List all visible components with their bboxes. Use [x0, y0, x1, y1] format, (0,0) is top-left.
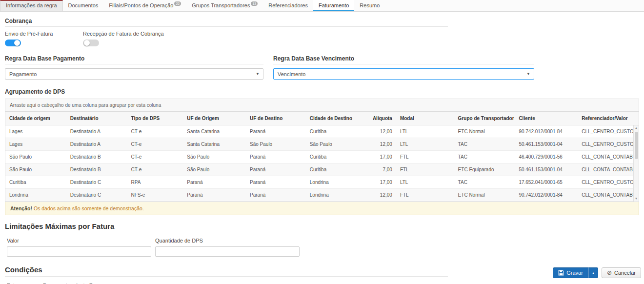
column-header-uf-de-destino[interactable]: UF de Destino: [246, 112, 306, 125]
column-header-referenciador-valor[interactable]: Referenciador/Valor: [578, 112, 639, 125]
table-cell: Destinatario B: [66, 163, 127, 176]
table-cell: FTL: [396, 151, 454, 163]
table-cell: 50.461.153/0001-04: [515, 163, 578, 176]
tab-documentos[interactable]: Documentos: [63, 0, 104, 11]
tab-label: Resumo: [360, 2, 380, 8]
table-row[interactable]: São PauloDestinatario BCT-eSão PauloPara…: [5, 151, 639, 163]
section-limitacoes: Limitações Máximas por Fatura Valor Quan…: [5, 222, 639, 257]
grid-scrollbar[interactable]: ▲ ▼: [633, 125, 639, 202]
column-header-grupo-de-transportador[interactable]: Grupo de Transportador: [454, 112, 515, 125]
valor-field-group: Valor: [7, 238, 151, 257]
table-cell: CT-e: [127, 151, 183, 163]
table-row[interactable]: São PauloDestinatario BCT-eSão PauloPara…: [5, 163, 639, 176]
limitacoes-fields: Valor Quantidade de DPS: [5, 238, 639, 257]
dps-table: Cidade de origemDestinatárioTipo de DPSU…: [5, 112, 639, 202]
table-row[interactable]: LondrinaDestinatario CNFS-eParanáParanáL…: [5, 189, 639, 202]
table-cell: Lages: [5, 125, 66, 138]
tab-informaç-es-da-regra[interactable]: Informações da regra: [0, 0, 63, 11]
table-cell: 90.742.012/0001-84: [515, 125, 578, 138]
column-header-alíquota[interactable]: Alíquota: [367, 112, 396, 125]
table-cell: Paraná: [246, 151, 306, 163]
valor-label: Valor: [7, 238, 151, 243]
column-header-uf-de-origem[interactable]: UF de Origem: [183, 112, 246, 125]
table-cell: 46.400.729/0001-56: [515, 151, 578, 163]
footer-actions: Gravar ▴ ⊘ Cancelar: [553, 267, 641, 278]
table-cell: Destinatario B: [66, 151, 127, 163]
gravar-button[interactable]: Gravar: [553, 267, 588, 278]
table-cell: CT-e: [127, 163, 183, 176]
gravar-dropdown-toggle[interactable]: ▴: [588, 267, 598, 278]
table-cell: Curitiba: [5, 176, 66, 189]
table-cell: 50.461.153/0001-04: [515, 138, 578, 151]
table-cell: São Paulo: [183, 151, 246, 163]
regra-pagamento-select[interactable]: Pagamento ▼: [5, 68, 263, 80]
table-cell: São Paulo: [5, 163, 66, 176]
column-header-tipo-de-dps[interactable]: Tipo de DPS: [127, 112, 183, 125]
column-header-destinatário[interactable]: Destinatário: [66, 112, 127, 125]
envio-pre-fatura-toggle[interactable]: [5, 40, 21, 46]
cancel-icon: ⊘: [607, 269, 612, 276]
table-cell: 12,00: [367, 189, 396, 202]
column-header-cidade-de-destino[interactable]: Cidade de Destino: [306, 112, 367, 125]
table-cell: Curitiba: [306, 151, 367, 163]
table-cell: Destinatario C: [66, 176, 127, 189]
column-header-cliente[interactable]: Cliente: [515, 112, 578, 125]
column-header-cidade-de-origem[interactable]: Cidade de origem: [5, 112, 66, 125]
table-cell: 12,00: [367, 125, 396, 138]
tab-faturamento[interactable]: Faturamento: [313, 0, 354, 11]
table-cell: RPA: [127, 176, 183, 189]
column-header-modal[interactable]: Modal: [396, 112, 454, 125]
table-cell: Londrina: [5, 189, 66, 202]
cancelar-label: Cancelar: [614, 270, 636, 276]
toggle-knob: [84, 40, 90, 46]
table-cell: 7,00: [367, 163, 396, 176]
table-cell: Destinatario A: [66, 125, 127, 138]
table-row[interactable]: LagesDestinatario ACT-eSanta CatarinaPar…: [5, 125, 639, 138]
tab-resumo[interactable]: Resumo: [354, 0, 385, 11]
table-cell: ETC Normal: [454, 189, 515, 202]
table-cell: Paraná: [246, 189, 306, 202]
table-cell: CLL_CONTA_CONTABIL: DEPART_A: [578, 151, 639, 163]
tab-filiais-pontos-de-operação[interactable]: Filiais/Pontos de Operação22: [103, 0, 186, 11]
tab-label: Grupos Transportadores: [192, 2, 250, 8]
table-cell: 17,00: [367, 151, 396, 163]
recepcao-fatura-toggle[interactable]: [83, 40, 99, 46]
table-row[interactable]: CuritibaDestinatario CRPAParanáParanáLon…: [5, 176, 639, 189]
dps-grid: Arraste aqui o cabeçalho de uma coluna p…: [5, 99, 639, 202]
quantidade-dps-input[interactable]: [155, 246, 300, 257]
scroll-up-icon[interactable]: ▲: [634, 125, 639, 131]
table-cell: CT-e: [127, 138, 183, 151]
section-title-cobranca: Cobrança: [5, 18, 448, 27]
table-cell: NFS-e: [127, 189, 183, 202]
table-cell: Paraná: [246, 125, 306, 138]
section-title-limitacoes: Limitações Máximas por Fatura: [5, 222, 448, 233]
tab-referenciadores[interactable]: Referenciadores: [263, 0, 313, 11]
scroll-down-icon[interactable]: ▼: [634, 196, 639, 202]
valor-input[interactable]: [7, 246, 151, 257]
table-cell: Santa Catarina: [183, 125, 246, 138]
grid-group-panel[interactable]: Arraste aqui o cabeçalho de uma coluna p…: [5, 99, 639, 112]
table-cell: São Paulo: [183, 163, 246, 176]
table-cell: FTL: [396, 189, 454, 202]
section-agrupamento-dps: Agrupamento de DPS Arraste aqui o cabeça…: [5, 88, 639, 215]
page: Informações da regraDocumentosFiliais/Po…: [0, 0, 644, 284]
scroll-thumb[interactable]: [635, 132, 638, 159]
regra-vencimento-select[interactable]: Vencimento ▼: [273, 68, 534, 80]
quantidade-dps-field-group: Quantidade de DPS: [155, 238, 300, 257]
table-row[interactable]: LagesDestinatario ACT-eSanta CatarinaSão…: [5, 138, 639, 151]
cancelar-button[interactable]: ⊘ Cancelar: [602, 267, 641, 278]
section-title-agrupamento: Agrupamento de DPS: [5, 88, 639, 95]
dps-table-header: Cidade de origemDestinatárioTipo de DPSU…: [5, 112, 639, 125]
table-cell: ETC Equiparado: [454, 163, 515, 176]
section-title-regra-vencimento: Regra Data Base Vencimento: [273, 55, 534, 64]
tab-grupos-transportadores[interactable]: Grupos Transportadores13: [186, 0, 263, 11]
toggle-knob: [14, 40, 20, 46]
section-title-condicoes: Condições: [5, 265, 448, 277]
recepcao-fatura-label: Recepção de Fatura de Cobrança: [83, 31, 164, 37]
table-cell: Destinatario A: [66, 138, 127, 151]
envio-pre-fatura-label: Envio de Pré-Fatura: [5, 31, 79, 37]
regra-data-base-row: Regra Data Base Pagamento Pagamento ▼ Re…: [5, 55, 639, 80]
table-cell: Londrina: [306, 176, 367, 189]
warning-text: Os dados acima são somente de demonstraç…: [34, 205, 144, 211]
table-cell: FTL: [396, 163, 454, 176]
